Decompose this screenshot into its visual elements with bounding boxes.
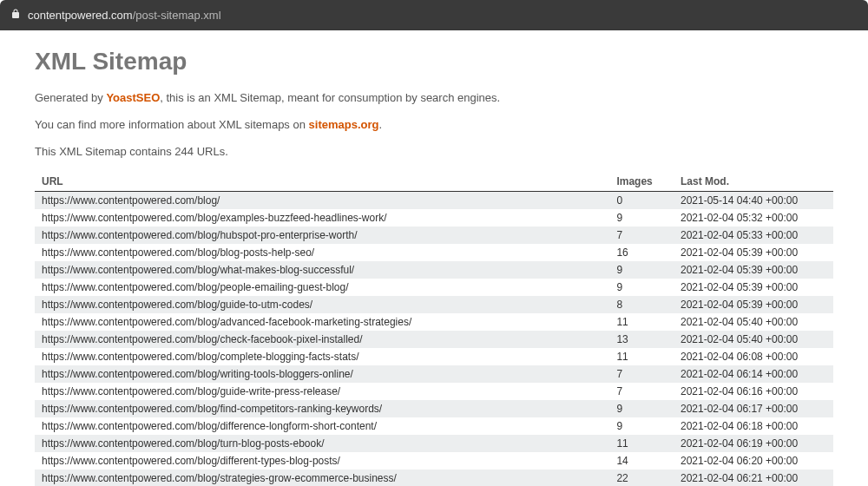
table-row: https://www.contentpowered.com/blog/blog… [35,244,833,261]
table-row: https://www.contentpowered.com/blog/writ… [35,365,833,383]
more-info-suffix: . [378,118,382,131]
cell-url[interactable]: https://www.contentpowered.com/blog/guid… [35,383,609,400]
table-row: https://www.contentpowered.com/blog/comp… [35,348,833,365]
cell-images: 7 [609,383,674,400]
cell-images: 11 [609,435,674,452]
generated-prefix: Generated by [35,91,106,104]
cell-lastmod: 2021-02-04 06:16 +00:00 [674,383,833,400]
cell-images: 11 [609,313,674,331]
header-lastmod[interactable]: Last Mod. [674,172,833,192]
table-row: https://www.contentpowered.com/blog/hubs… [35,227,833,244]
cell-url[interactable]: https://www.contentpowered.com/blog/ [35,192,609,210]
cell-images: 9 [609,279,674,296]
cell-images: 7 [609,365,674,383]
cell-lastmod: 2021-02-04 06:17 +00:00 [674,400,833,417]
url-domain: contentpowered.com [28,9,133,22]
generated-by-line: Generated by YoastSEO, this is an XML Si… [35,91,833,104]
cell-lastmod: 2021-02-04 06:18 +00:00 [674,417,833,435]
cell-lastmod: 2021-02-04 06:08 +00:00 [674,348,833,365]
table-row: https://www.contentpowered.com/blog/turn… [35,435,833,452]
cell-lastmod: 2021-02-04 05:39 +00:00 [674,296,833,313]
browser-url-bar[interactable]: contentpowered.com/post-sitemap.xml [0,0,868,30]
cell-images: 9 [609,400,674,417]
table-row: https://www.contentpowered.com/blog/peop… [35,279,833,296]
more-info-line: You can find more information about XML … [35,118,833,131]
table-row: https://www.contentpowered.com/blog/guid… [35,296,833,313]
cell-url[interactable]: https://www.contentpowered.com/blog/diff… [35,452,609,470]
cell-images: 16 [609,244,674,261]
cell-url[interactable]: https://www.contentpowered.com/blog/exam… [35,209,609,227]
header-images[interactable]: Images [609,172,674,192]
table-row: https://www.contentpowered.com/blog/guid… [35,383,833,400]
cell-lastmod: 2021-02-04 06:14 +00:00 [674,365,833,383]
table-row: https://www.contentpowered.com/blog/exam… [35,209,833,227]
cell-lastmod: 2021-02-04 05:40 +00:00 [674,313,833,331]
page-title: XML Sitemap [35,48,833,76]
cell-images: 9 [609,261,674,279]
table-row: https://www.contentpowered.com/blog/adva… [35,313,833,331]
cell-images: 0 [609,192,674,210]
yoast-link[interactable]: YoastSEO [106,91,160,104]
generated-suffix: , this is an XML Sitemap, meant for cons… [160,91,500,104]
table-row: https://www.contentpowered.com/blog/0202… [35,192,833,210]
cell-url[interactable]: https://www.contentpowered.com/blog/stra… [35,470,609,486]
table-row: https://www.contentpowered.com/blog/diff… [35,417,833,435]
cell-lastmod: 2021-02-04 05:32 +00:00 [674,209,833,227]
cell-url[interactable]: https://www.contentpowered.com/blog/chec… [35,331,609,348]
cell-url[interactable]: https://www.contentpowered.com/blog/turn… [35,435,609,452]
more-info-prefix: You can find more information about XML … [35,118,309,131]
table-row: https://www.contentpowered.com/blog/stra… [35,470,833,486]
cell-url[interactable]: https://www.contentpowered.com/blog/find… [35,400,609,417]
lock-icon [10,9,21,22]
cell-url[interactable]: https://www.contentpowered.com/blog/hubs… [35,227,609,244]
url-text: contentpowered.com/post-sitemap.xml [28,9,221,22]
table-row: https://www.contentpowered.com/blog/find… [35,400,833,417]
table-row: https://www.contentpowered.com/blog/what… [35,261,833,279]
cell-lastmod: 2021-02-04 05:39 +00:00 [674,261,833,279]
cell-lastmod: 2021-02-04 05:39 +00:00 [674,279,833,296]
header-url[interactable]: URL [35,172,609,192]
cell-lastmod: 2021-02-04 06:20 +00:00 [674,452,833,470]
table-row: https://www.contentpowered.com/blog/chec… [35,331,833,348]
cell-url[interactable]: https://www.contentpowered.com/blog/guid… [35,296,609,313]
cell-images: 13 [609,331,674,348]
url-count-line: This XML Sitemap contains 244 URLs. [35,145,833,158]
cell-lastmod: 2021-05-14 04:40 +00:00 [674,192,833,210]
cell-images: 11 [609,348,674,365]
cell-url[interactable]: https://www.contentpowered.com/blog/comp… [35,348,609,365]
cell-url[interactable]: https://www.contentpowered.com/blog/what… [35,261,609,279]
cell-url[interactable]: https://www.contentpowered.com/blog/diff… [35,417,609,435]
cell-images: 22 [609,470,674,486]
cell-lastmod: 2021-02-04 06:21 +00:00 [674,470,833,486]
table-header-row: URL Images Last Mod. [35,172,833,192]
cell-lastmod: 2021-02-04 05:40 +00:00 [674,331,833,348]
cell-url[interactable]: https://www.contentpowered.com/blog/peop… [35,279,609,296]
cell-lastmod: 2021-02-04 05:39 +00:00 [674,244,833,261]
cell-images: 9 [609,209,674,227]
cell-url[interactable]: https://www.contentpowered.com/blog/writ… [35,365,609,383]
cell-url[interactable]: https://www.contentpowered.com/blog/blog… [35,244,609,261]
cell-lastmod: 2021-02-04 05:33 +00:00 [674,227,833,244]
cell-url[interactable]: https://www.contentpowered.com/blog/adva… [35,313,609,331]
url-path: /post-sitemap.xml [133,9,221,22]
cell-images: 14 [609,452,674,470]
sitemaps-org-link[interactable]: sitemaps.org [309,118,379,131]
sitemap-table: URL Images Last Mod. https://www.content… [35,172,833,486]
cell-images: 9 [609,417,674,435]
page-content: XML Sitemap Generated by YoastSEO, this … [0,30,868,486]
cell-images: 8 [609,296,674,313]
cell-lastmod: 2021-02-04 06:19 +00:00 [674,435,833,452]
table-row: https://www.contentpowered.com/blog/diff… [35,452,833,470]
cell-images: 7 [609,227,674,244]
